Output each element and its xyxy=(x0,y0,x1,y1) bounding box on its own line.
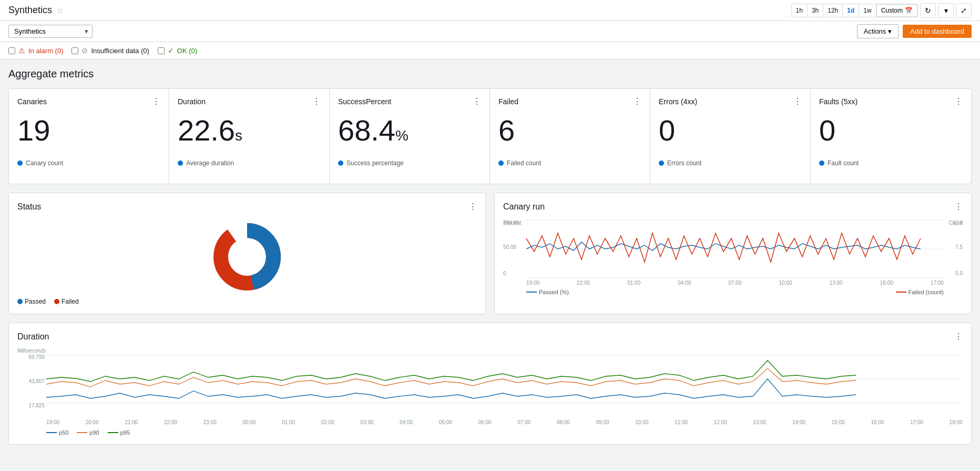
faults-legend: Fault count xyxy=(819,159,963,167)
dx-06: 06:00 xyxy=(478,419,492,425)
errors-legend-dot xyxy=(659,161,664,166)
star-icon[interactable]: ☆ xyxy=(56,5,64,15)
success-value: 68.4% xyxy=(338,114,481,147)
metric-card-errors: Errors (4xx) ⋮ 0 Errors count xyxy=(650,89,811,184)
metric-card-canaries: Canaries ⋮ 19 Canary count xyxy=(9,89,169,184)
success-legend-label: Success percentage xyxy=(346,159,404,167)
canary-x-labels: 19:00 22:00 01:00 04:00 07:00 10:00 13:0… xyxy=(526,280,944,286)
time-btn-1h[interactable]: 1h xyxy=(792,4,808,17)
x-label-13: 13:00 xyxy=(830,280,843,286)
duration-panel: Duration ⋮ Milliseconds 69,790 43,807 17… xyxy=(8,323,972,445)
faults-value: 0 xyxy=(819,114,963,147)
duration-panel-menu[interactable]: ⋮ xyxy=(954,332,963,342)
canary-run-menu[interactable]: ⋮ xyxy=(954,202,963,212)
failed-legend: Failed count xyxy=(498,159,641,167)
duration-panel-header: Duration ⋮ xyxy=(17,332,963,342)
add-to-dashboard-button[interactable]: Add to dashboard xyxy=(903,25,972,38)
synthetics-select[interactable]: Synthetics xyxy=(8,25,93,38)
y-tick-69790: 69,790 xyxy=(17,354,45,360)
time-btn-12h[interactable]: 12h xyxy=(823,4,843,17)
dx-13: 13:00 xyxy=(753,419,766,425)
donut-chart xyxy=(210,220,284,294)
y-tick-43807: 43,807 xyxy=(17,378,45,384)
dx-04: 04:00 xyxy=(400,419,413,425)
duration-panel-title: Duration xyxy=(17,332,49,342)
duration-unit: s xyxy=(235,127,242,144)
time-btn-1w[interactable]: 1w xyxy=(859,4,876,17)
errors-title: Errors (4xx) xyxy=(659,97,697,106)
status-panel-header: Status ⋮ xyxy=(17,202,477,212)
success-header: SuccessPercent ⋮ xyxy=(338,97,481,106)
legend-p90: p90 xyxy=(77,429,99,436)
second-bar-left: Synthetics ▾ xyxy=(8,25,93,38)
p90-line-icon xyxy=(77,432,87,433)
ok-label: OK (0) xyxy=(177,47,197,55)
duration-chart-wrapper: Milliseconds 69,790 43,807 17,825 xyxy=(17,350,963,436)
errors-header: Errors (4xx) ⋮ xyxy=(659,97,802,106)
dx-11: 11:00 xyxy=(675,419,688,425)
insufficient-checkbox[interactable] xyxy=(72,47,78,54)
success-title: SuccessPercent xyxy=(338,97,391,106)
top-bar-right: 1h 3h 12h 1d 1w Custom 📅 ↻ ▾ ⤢ xyxy=(791,3,972,18)
status-panel-menu[interactable]: ⋮ xyxy=(468,202,477,212)
y-tick-100: 100.00 xyxy=(503,220,519,226)
alarm-checkbox[interactable] xyxy=(8,47,15,54)
failed-menu[interactable]: ⋮ xyxy=(633,97,641,106)
x-label-07: 07:00 xyxy=(728,280,741,286)
canary-run-panel: Canary run ⋮ Percent Count 100.00 50.00 … xyxy=(494,193,972,314)
faults-menu[interactable]: ⋮ xyxy=(954,97,963,106)
canaries-legend: Canary count xyxy=(17,159,160,167)
p50-line-icon xyxy=(46,432,57,433)
duration-title: Duration xyxy=(178,97,206,106)
failed-legend-dot xyxy=(498,161,504,166)
panels-row: Status ⋮ Passed xyxy=(8,193,972,314)
success-legend-dot xyxy=(338,161,343,166)
ok-checkbox[interactable] xyxy=(158,47,165,54)
x-label-01: 01:00 xyxy=(627,280,640,286)
duration-menu[interactable]: ⋮ xyxy=(312,97,321,106)
x-label-19: 19:00 xyxy=(526,280,539,286)
canaries-menu[interactable]: ⋮ xyxy=(152,97,160,106)
passed-dot xyxy=(17,299,23,304)
refresh-button[interactable]: ↻ xyxy=(920,3,936,18)
dx-17: 17:00 xyxy=(910,419,923,425)
alarm-filter: ⚠ In alarm (0) xyxy=(8,46,63,55)
time-btn-3h[interactable]: 3h xyxy=(808,4,823,17)
faults-title: Faults (5xx) xyxy=(819,97,858,106)
settings-dropdown-button[interactable]: ▾ xyxy=(938,3,954,18)
passed-label: Passed xyxy=(25,298,46,305)
passed-line-icon xyxy=(526,292,537,293)
actions-button[interactable]: Actions ▾ xyxy=(857,24,899,38)
canaries-header: Canaries ⋮ xyxy=(17,97,160,106)
time-btn-custom[interactable]: Custom 📅 xyxy=(876,4,917,17)
expand-button[interactable]: ⤢ xyxy=(956,3,972,18)
status-panel: Status ⋮ Passed xyxy=(8,193,486,314)
errors-legend: Errors count xyxy=(659,159,802,167)
duration-legend: Average duration xyxy=(178,159,321,167)
p90-label: p90 xyxy=(89,429,99,436)
success-menu[interactable]: ⋮ xyxy=(473,97,481,106)
failed-label: Failed xyxy=(62,298,79,305)
calendar-icon: 📅 xyxy=(905,7,913,14)
dx-18: 18:00 xyxy=(950,419,963,425)
failed-line-icon xyxy=(896,292,906,293)
canary-run-title: Canary run xyxy=(503,202,545,212)
errors-menu[interactable]: ⋮ xyxy=(793,97,802,106)
legend-p95: p95 xyxy=(108,429,130,436)
y-tick-right-10: 10.0 xyxy=(953,220,963,226)
duration-x-labels: 19:00 20:00 21:00 22:00 23:00 00:00 01:0… xyxy=(46,419,963,425)
dx-14: 14:00 xyxy=(792,419,805,425)
time-btn-1d[interactable]: 1d xyxy=(843,4,859,17)
dx-07: 07:00 xyxy=(517,419,530,425)
duration-svg xyxy=(46,350,963,418)
dx-20: 20:00 xyxy=(86,419,99,425)
dx-15: 15:00 xyxy=(832,419,845,425)
dx-02: 02:00 xyxy=(321,419,334,425)
failed-title: Failed xyxy=(498,97,518,106)
duration-header: Duration ⋮ xyxy=(178,97,321,106)
insufficient-filter: ⊘ Insufficient data (0) xyxy=(72,46,149,55)
time-group: 1h 3h 12h 1d 1w Custom 📅 xyxy=(791,4,918,17)
dx-19: 19:00 xyxy=(46,419,59,425)
canaries-title: Canaries xyxy=(17,97,47,106)
errors-value: 0 xyxy=(659,114,802,147)
